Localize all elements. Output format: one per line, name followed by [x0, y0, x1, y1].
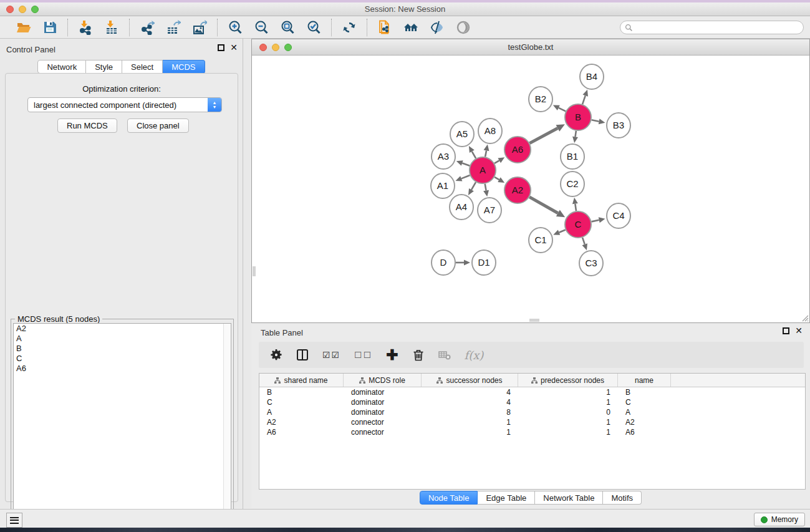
network-vertical-scroll-thumb[interactable]	[253, 266, 256, 276]
tab-mcds[interactable]: MCDS	[163, 60, 205, 74]
column-header-predecessor-nodes[interactable]: predecessor nodes	[518, 374, 618, 387]
table-cell[interactable]: 1	[518, 427, 618, 437]
network-canvas[interactable]: AA1A3A5A8A4A7A6A2BB1B2B3B4CC1C2C3C4DD1	[252, 56, 809, 322]
graph-node-C1[interactable]: C1	[529, 228, 552, 253]
graph-edge-A-A7[interactable]	[485, 184, 486, 191]
graph-node-A3[interactable]: A3	[432, 144, 455, 169]
table-cell[interactable]: A6	[259, 427, 344, 437]
table-cell[interactable]: dominator	[344, 387, 422, 397]
import-network-button[interactable]	[74, 18, 97, 37]
graph-node-B3[interactable]: B3	[607, 113, 630, 138]
tab-network-table[interactable]: Network Table	[535, 491, 603, 505]
resize-grip-icon[interactable]	[800, 313, 809, 322]
result-list-item[interactable]: A6	[14, 364, 231, 374]
optimization-criterion-dropdown[interactable]: largest connected component (directed) ▲…	[27, 97, 222, 112]
result-list-item[interactable]: C	[14, 354, 231, 364]
graph-edge-B-B3[interactable]	[592, 120, 599, 121]
table-row[interactable]: A2connector11A2	[259, 417, 805, 427]
close-panel-button[interactable]: Close panel	[127, 118, 189, 133]
deselect-all-button[interactable]: ☐☐	[354, 350, 372, 360]
close-table-panel-icon[interactable]: ✕	[795, 327, 803, 334]
graph-edge-A-A4[interactable]	[471, 182, 476, 190]
tab-network[interactable]: Network	[37, 60, 86, 74]
table-cell[interactable]: 1	[518, 417, 618, 427]
result-list-item[interactable]: B	[14, 344, 231, 354]
graph-node-A2[interactable]: A2	[504, 177, 531, 203]
apply-layout-button[interactable]	[338, 18, 360, 37]
column-header-shared-name[interactable]: shared name	[259, 374, 344, 387]
result-list-item[interactable]: A	[14, 334, 231, 344]
graph-node-A4[interactable]: A4	[450, 195, 473, 220]
delete-table-button[interactable]	[438, 349, 451, 361]
table-cell[interactable]: A2	[259, 417, 344, 427]
column-header-successor-nodes[interactable]: successor nodes	[422, 374, 518, 387]
zoom-out-button[interactable]	[250, 18, 272, 37]
graph-edge-B-B4[interactable]	[582, 95, 586, 104]
mcds-result-list[interactable]: A2ABCA6	[13, 323, 231, 530]
graph-edge-A-A6[interactable]	[494, 160, 499, 163]
table-row[interactable]: Bdominator41B	[259, 387, 805, 397]
table-cell[interactable]: 1	[518, 387, 618, 397]
table-cell[interactable]: 1	[422, 417, 518, 427]
export-table-button[interactable]	[162, 18, 185, 37]
table-cell[interactable]: A	[259, 407, 344, 417]
tab-edge-table[interactable]: Edge Table	[478, 491, 535, 505]
network-window-titlebar[interactable]: testGlobe.txt	[252, 39, 809, 56]
table-row[interactable]: Cdominator41C	[259, 397, 805, 407]
graph-edge-A-A8[interactable]	[485, 150, 486, 157]
table-cell[interactable]: C	[618, 397, 671, 407]
graph-node-D[interactable]: D	[432, 250, 455, 275]
table-row[interactable]: Adominator80A	[259, 407, 805, 417]
table-cell[interactable]: 0	[518, 407, 618, 417]
network-horizontal-scroll-thumb[interactable]	[529, 319, 539, 322]
graph-edge-B-B2[interactable]	[559, 108, 566, 112]
graph-edge-C-C2[interactable]	[575, 204, 576, 211]
open-file-button[interactable]	[12, 18, 35, 37]
column-header-MCDS-role[interactable]: MCDS role	[344, 374, 422, 387]
tab-motifs[interactable]: Motifs	[603, 491, 642, 505]
graph-edge-A-A3[interactable]	[462, 163, 470, 166]
graph-node-C[interactable]: C	[565, 211, 591, 238]
graph-node-A8[interactable]: A8	[478, 118, 502, 143]
table-cell[interactable]: A	[618, 407, 671, 417]
graph-edge-B-B1[interactable]	[576, 131, 576, 137]
tab-select[interactable]: Select	[122, 60, 163, 74]
graph-edge-A-A1[interactable]	[461, 175, 470, 178]
save-session-button[interactable]	[39, 18, 61, 37]
export-network-button[interactable]	[136, 18, 158, 37]
table-cell[interactable]: dominator	[344, 407, 422, 417]
table-cell[interactable]: A2	[618, 417, 671, 427]
function-builder-button[interactable]: f(x)	[465, 349, 484, 362]
table-cell[interactable]: 1	[518, 397, 618, 407]
graph-node-B2[interactable]: B2	[529, 87, 552, 112]
result-list-scrollbar[interactable]	[223, 324, 231, 530]
graph-node-C3[interactable]: C3	[579, 251, 603, 276]
graph-node-B1[interactable]: B1	[561, 144, 584, 169]
table-cell[interactable]: 4	[422, 397, 518, 407]
table-cell[interactable]: dominator	[344, 397, 422, 407]
close-panel-icon[interactable]: ✕	[230, 44, 238, 51]
graph-node-A1[interactable]: A1	[431, 173, 455, 198]
tab-style[interactable]: Style	[86, 60, 122, 74]
table-cell[interactable]: 8	[422, 407, 518, 417]
zoom-selected-button[interactable]	[302, 18, 325, 37]
hide-graphics-details-button[interactable]	[426, 18, 448, 37]
graph-node-B4[interactable]: B4	[580, 64, 604, 89]
graph-edge-C-C1[interactable]	[559, 230, 566, 232]
table-cell[interactable]: C	[259, 397, 344, 407]
import-table-button[interactable]	[100, 18, 123, 37]
zoom-in-button[interactable]	[224, 18, 246, 37]
graph-node-A6[interactable]: A6	[504, 137, 531, 163]
table-cell[interactable]: B	[259, 387, 344, 397]
table-row[interactable]: A6connector11A6	[259, 427, 805, 437]
home-button[interactable]	[400, 18, 422, 37]
task-history-button[interactable]	[6, 513, 22, 528]
graph-edge-C-C3[interactable]	[582, 238, 585, 244]
table-cell[interactable]: connector	[344, 417, 422, 427]
search-input[interactable]	[633, 22, 803, 33]
graph-edge-A-A5[interactable]	[472, 152, 476, 158]
table-cell[interactable]: 4	[422, 387, 518, 397]
table-settings-button[interactable]	[270, 349, 282, 361]
run-mcds-button[interactable]: Run MCDS	[57, 118, 117, 133]
column-header-name[interactable]: name	[618, 374, 671, 387]
